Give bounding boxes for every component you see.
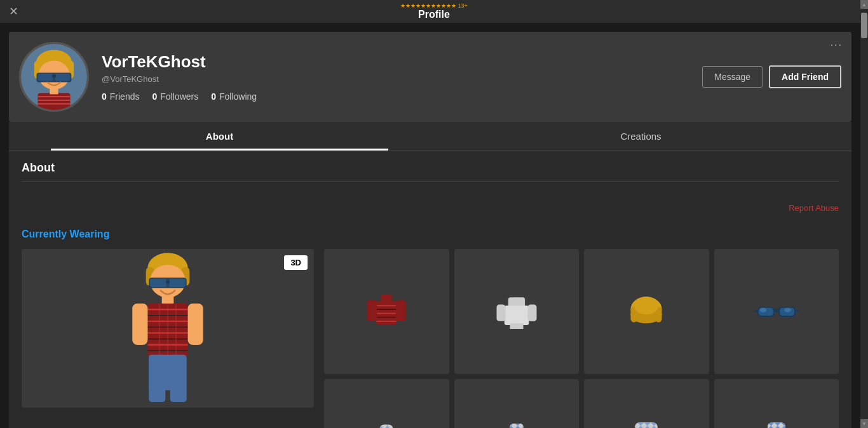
age-rating: ★★★★★★★★★★★ 13+	[400, 3, 468, 9]
profile-actions: Message Add Friend	[702, 65, 841, 88]
followers-count: 0	[152, 91, 157, 102]
svg-point-61	[634, 297, 659, 315]
svg-rect-80	[635, 422, 658, 428]
svg-rect-7	[37, 74, 53, 81]
scrollbar-thumb[interactable]	[861, 13, 867, 38]
toggle-3d-button[interactable]: 3D	[284, 255, 308, 270]
scrollbar-up-button[interactable]	[860, 0, 868, 9]
close-icon: ✕	[9, 5, 18, 18]
list-item[interactable]	[584, 379, 709, 429]
svg-rect-67	[754, 311, 759, 312]
top-bar: ✕ ★★★★★★★★★★★ 13+ Profile	[0, 0, 868, 23]
svg-rect-84	[768, 422, 785, 428]
following-count: 0	[211, 91, 216, 102]
tab-about[interactable]: About	[9, 122, 430, 150]
list-item[interactable]	[454, 249, 580, 374]
following-label[interactable]: Following	[219, 91, 257, 102]
tab-about-label: About	[206, 131, 233, 142]
svg-rect-53	[496, 305, 505, 321]
avatar-3d-container: 3D	[22, 249, 314, 408]
tab-creations-label: Creations	[620, 131, 661, 142]
items-grid	[324, 249, 839, 428]
about-divider	[22, 181, 839, 182]
svg-rect-8	[55, 74, 71, 81]
item-leg-left-icon	[624, 419, 668, 428]
item-glasses-icon	[754, 289, 799, 333]
svg-rect-56	[517, 324, 524, 330]
svg-rect-40	[149, 355, 165, 402]
about-title: About	[22, 161, 839, 175]
svg-rect-50	[381, 295, 393, 304]
following-stat: 0 Following	[211, 91, 257, 102]
scrollbar-down-button[interactable]	[860, 419, 868, 428]
svg-rect-38	[188, 304, 203, 345]
svg-rect-22	[169, 279, 186, 287]
svg-rect-48	[367, 300, 377, 321]
user-handle: @VorTeKGhost	[102, 74, 689, 84]
tab-creations[interactable]: Creations	[430, 122, 851, 150]
svg-rect-76	[510, 424, 523, 428]
about-section: About	[9, 151, 851, 198]
close-button[interactable]: ✕	[9, 6, 18, 17]
list-item[interactable]	[324, 379, 449, 429]
report-abuse-link[interactable]: Report Abuse	[789, 203, 839, 213]
svg-rect-23	[166, 281, 170, 284]
friends-stat: 0 Friends	[102, 91, 139, 102]
profile-info: VorTeKGhost @VorTeKGhost 0 Friends 0 Fol…	[102, 52, 689, 102]
followers-label[interactable]: Followers	[160, 91, 198, 102]
svg-rect-55	[510, 324, 517, 330]
item-arm-left-icon	[364, 419, 409, 428]
tabs-container: About Creations	[9, 122, 851, 151]
wearing-title: Currently Wearing	[22, 229, 839, 240]
svg-rect-10	[37, 93, 70, 110]
profile-stats: 0 Friends 0 Followers 0 Following	[102, 91, 689, 102]
svg-rect-66	[774, 309, 778, 312]
avatar	[19, 42, 89, 112]
scrollbar-track	[860, 0, 868, 428]
svg-rect-9	[52, 75, 56, 77]
svg-rect-14	[50, 88, 58, 94]
message-button[interactable]: Message	[702, 66, 763, 88]
list-item[interactable]	[714, 249, 839, 374]
more-options-button[interactable]: ···	[831, 39, 843, 51]
svg-rect-54	[527, 305, 536, 321]
followers-stat: 0 Followers	[152, 91, 198, 102]
profile-card: VorTeKGhost @VorTeKGhost 0 Friends 0 Fol…	[9, 32, 851, 122]
avatar-image	[21, 44, 87, 110]
list-item[interactable]	[324, 249, 449, 374]
svg-point-69	[760, 308, 767, 312]
item-accessory-icon	[754, 419, 799, 428]
main-content: VorTeKGhost @VorTeKGhost 0 Friends 0 Fol…	[0, 23, 860, 428]
svg-rect-41	[170, 355, 187, 402]
svg-rect-52	[505, 306, 529, 326]
item-leg-right-icon	[494, 419, 539, 428]
username: VorTeKGhost	[102, 52, 689, 72]
svg-point-70	[784, 308, 791, 312]
svg-rect-21	[150, 279, 166, 287]
friends-count: 0	[102, 91, 107, 102]
svg-rect-68	[794, 311, 799, 312]
add-friend-button[interactable]: Add Friend	[769, 65, 841, 88]
svg-rect-37	[132, 304, 147, 345]
list-item[interactable]	[454, 379, 580, 429]
page-title: Profile	[418, 9, 450, 20]
report-abuse-container: Report Abuse	[9, 198, 851, 220]
friends-label[interactable]: Friends	[110, 91, 140, 102]
item-hair-icon	[624, 289, 668, 333]
list-item[interactable]	[714, 379, 839, 429]
item-shirt-icon	[364, 289, 409, 333]
svg-rect-72	[380, 425, 393, 429]
wearing-content: 3D	[22, 249, 839, 428]
avatar-3d-figure	[104, 249, 231, 408]
svg-rect-24	[162, 297, 174, 305]
wearing-section: Currently Wearing	[9, 220, 851, 428]
item-torso-icon	[494, 289, 539, 333]
list-item[interactable]	[584, 249, 709, 374]
svg-rect-49	[396, 300, 406, 321]
